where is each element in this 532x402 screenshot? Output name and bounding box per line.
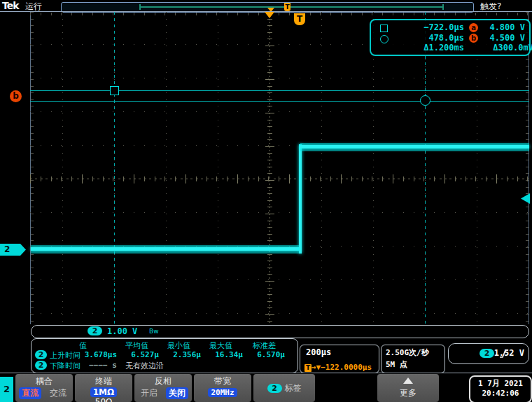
datetime-box: 1 7月 2021 20:42:06 — [469, 375, 532, 402]
meas-header-max: 最大值 — [209, 340, 232, 351]
measurement-table: 值 平均值 最小值 最大值 标准差 2 上升时间 3.678µs 6.527µ … — [31, 338, 298, 373]
ch2-badge: 2 — [88, 326, 102, 335]
ch2-waveform-rising-edge — [299, 144, 302, 254]
label-channel-badge: 2 — [267, 384, 282, 393]
menu-button-termination[interactable]: 终端 1MΩ 50Ω — [75, 374, 132, 402]
cursor-a-voltage: 4.800 V — [480, 22, 525, 32]
bandwidth-limit-icon: Bᴡ — [149, 328, 159, 335]
graticule-left-ticks — [31, 12, 34, 324]
cursor-b-circle-marker[interactable] — [420, 95, 430, 106]
gridline-v — [218, 12, 218, 324]
cursor-delta-voltage: Δ300.0mV — [480, 43, 532, 53]
cursor-a-badge: a — [469, 23, 478, 32]
meas-row1-value: 3.678µs — [74, 350, 117, 359]
meas-row2-message: 无有效边沿 — [125, 361, 164, 371]
channel-scale-bar[interactable]: 2 1.00 V Bᴡ — [31, 325, 529, 338]
center-vertical-axis-major-ticks — [265, 12, 274, 324]
record-window-left-bracket — [139, 4, 141, 10]
cursor-readout-box: −722.0µs 478.0µs a b 4.800 V 4.500 V Δ1.… — [370, 19, 531, 56]
meas-header-mean: 平均值 — [125, 340, 148, 351]
coupling-label: 耦合 — [15, 375, 73, 387]
cursor-b-vline[interactable] — [425, 12, 426, 324]
gridline-v — [62, 12, 63, 324]
gridline-h — [30, 279, 529, 280]
menu-button-label[interactable]: 2 标签 — [253, 374, 315, 402]
meas-row2-value: −−−− s — [74, 361, 117, 370]
gridline-v — [321, 12, 322, 324]
record-waveform-line — [141, 6, 443, 8]
meas-row1-channel-badge: 2 — [35, 350, 47, 359]
menu-button-coupling[interactable]: 耦合 直流 交流 — [15, 374, 73, 402]
meas-row1-max: 16.34µ — [200, 350, 243, 359]
termination-50-option[interactable]: 50Ω — [92, 397, 115, 402]
meas-header-value: 值 — [79, 340, 87, 351]
trigger-t-icon: T — [304, 364, 312, 372]
menu-button-bandwidth[interactable]: 带宽 20MHz — [194, 374, 251, 402]
record-trigger-icon: T — [284, 3, 290, 11]
bandwidth-label: 带宽 — [194, 375, 251, 387]
meas-row1-mean: 6.527µ — [115, 350, 159, 359]
expansion-point-icon — [265, 12, 274, 18]
gridline-h — [30, 111, 529, 112]
ch2-ground-marker[interactable]: 2 — [0, 244, 26, 256]
meas-header-min: 最小值 — [167, 340, 190, 351]
timebase-value: 200µs — [306, 347, 331, 357]
label-text: 标签 — [284, 383, 301, 393]
ch2-waveform-high — [300, 145, 529, 148]
coupling-dc-option[interactable]: 直流 — [19, 387, 41, 399]
record-window-right-bracket — [442, 4, 444, 10]
tek-logo: Tek — [2, 0, 19, 11]
invert-label: 反相 — [134, 375, 192, 387]
graticule-right-frame — [528, 12, 529, 324]
cursor-a-vline[interactable] — [114, 12, 115, 324]
meas-row1-std: 6.570µ — [241, 350, 285, 359]
record-length: 5M 点 — [386, 359, 407, 370]
cursor-b-time: 478.0µs — [391, 33, 464, 43]
invert-on-option[interactable]: 开启 — [138, 387, 160, 399]
date-value: 1 7月 2021 — [470, 378, 531, 389]
gridline-h — [30, 313, 529, 314]
menu-divider — [0, 373, 532, 373]
termination-label: 终端 — [75, 375, 132, 387]
center-horizontal-axis-major-ticks — [30, 174, 529, 183]
square-cursor-icon — [380, 25, 388, 32]
graticule — [30, 12, 529, 324]
oscilloscope-screen: Tek 运行 触发? T — [0, 0, 532, 402]
acquisition-readout-box: 2.50G次/秒 5M 点 — [381, 345, 445, 373]
trigger-position-badge[interactable]: T — [294, 13, 305, 25]
meas-row2-channel-badge: 2 — [35, 361, 47, 370]
cursor-b-hline[interactable] — [30, 101, 529, 102]
cursor-a-time: −722.0µs — [391, 22, 464, 32]
termination-1m-option[interactable]: 1MΩ — [90, 387, 118, 397]
cursor-delta-time: Δ1.200ms — [391, 43, 464, 53]
horizontal-readout-box: 200µs T→▼−122.0000µs — [300, 345, 379, 373]
invert-off-option[interactable]: 关闭 — [166, 387, 188, 399]
ch2-scale-value: 1.00 V — [107, 326, 137, 336]
gridline-v — [477, 12, 477, 324]
cursor-b-badge: b — [469, 34, 478, 43]
cursor-a-square-marker[interactable] — [110, 86, 119, 95]
sample-rate: 2.50G次/秒 — [386, 347, 429, 358]
gridline-h — [30, 212, 529, 213]
more-up-triangle-icon — [403, 377, 413, 384]
graticule-top-ticks — [30, 13, 529, 15]
menu-button-invert[interactable]: 反相 开启 关闭 — [134, 374, 192, 402]
coupling-ac-option[interactable]: 交流 — [47, 387, 69, 399]
b-trigger-level-badge[interactable]: b — [10, 90, 22, 102]
meas-header-std: 标准差 — [253, 340, 276, 351]
more-label: 更多 — [377, 387, 439, 399]
menu-channel-tab[interactable]: 2 — [0, 377, 13, 402]
gridline-h — [30, 78, 529, 78]
trigger-delay-value: →▼−122.0000µs — [312, 363, 372, 372]
meas-row1-min: 2.356µ — [158, 350, 201, 359]
menu-button-more[interactable]: 更多 — [377, 374, 439, 402]
gridline-v — [166, 12, 167, 324]
trigger-readout-box: 2 1.52 V — [448, 343, 529, 364]
bandwidth-20mhz-option[interactable]: 20MHz — [208, 388, 237, 397]
circle-cursor-icon — [380, 35, 388, 43]
ch2-waveform-low — [31, 247, 299, 251]
graticule-right-ticks — [526, 12, 528, 324]
time-value: 20:42:06 — [470, 389, 531, 398]
cursor-a-hline[interactable] — [30, 90, 529, 91]
gridline-v — [373, 12, 374, 324]
